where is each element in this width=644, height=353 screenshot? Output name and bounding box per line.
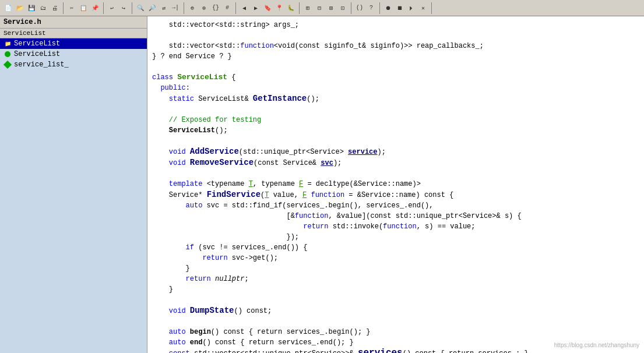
code-line: void DumpState() const; xyxy=(152,305,639,316)
paste-btn[interactable]: 📌 xyxy=(89,2,101,14)
code-line: return svc->get(); xyxy=(152,253,639,263)
undo-btn[interactable]: ↩ xyxy=(106,2,118,14)
sym2-btn[interactable]: ⊗ xyxy=(198,2,210,14)
code-line: const std::vector<std::unique_ptr<Servic… xyxy=(152,348,639,353)
redo-btn[interactable]: ↪ xyxy=(118,2,129,14)
code-line: auto begin() const { return services_.be… xyxy=(152,327,639,337)
sym1-btn[interactable]: ⊕ xyxy=(186,2,198,14)
panel-header: ServiceList xyxy=(0,29,147,38)
code-line: // Exposed for testing xyxy=(152,115,639,125)
win2-btn[interactable]: ⊟ xyxy=(314,2,325,14)
code-line: class ServiceList { xyxy=(152,72,639,83)
toolbar-undo-group: ↩ ↪ xyxy=(106,2,132,14)
code-content: std::vector<std::string> args_; std::vec… xyxy=(147,17,644,353)
code-line: } ? end Service ? } xyxy=(152,51,639,62)
code-line xyxy=(152,30,639,41)
code-line xyxy=(152,316,639,327)
toolbar-edit-group: ✂ 📋 📌 xyxy=(66,2,104,14)
toolbar-win-group: ⊞ ⊟ ⊠ ⊡ xyxy=(302,2,351,14)
toolbar-sym-group: ⊕ ⊗ {} # xyxy=(186,2,236,14)
code-line: } xyxy=(152,284,639,295)
stop-macro-btn[interactable]: ⏹ xyxy=(394,2,406,14)
code-line: public: xyxy=(152,83,639,93)
main-toolbar: 📄 📂 💾 🗂 🖨 ✂ 📋 📌 ↩ ↪ 🔍 🔎 ⇄ →| ⊕ ⊗ {} # ◀ … xyxy=(0,0,644,16)
toolbar-macro-group: ⏺ ⏹ ⏵ ✕ xyxy=(382,2,432,14)
code-line: Service* FindService(T value, F function… xyxy=(152,189,639,200)
tree-item-label: ServiceList xyxy=(14,40,60,48)
new-btn[interactable]: 📄 xyxy=(2,2,14,14)
close-macro-btn[interactable]: ✕ xyxy=(417,2,429,14)
open-btn[interactable]: 📂 xyxy=(14,2,26,14)
tree-item-servicelist[interactable]: ServiceList xyxy=(0,49,147,59)
cut-btn[interactable]: ✂ xyxy=(66,2,78,14)
left-panel: Service.h ServiceList 📁 ServiceList Serv… xyxy=(0,16,147,353)
watermark: https://blog.csdn.net/zhangshuny xyxy=(554,342,639,348)
code-line: if (svc != services_.end()) { xyxy=(152,242,639,253)
win3-btn[interactable]: ⊠ xyxy=(325,2,337,14)
tree-item-servicelist-selected[interactable]: 📁 ServiceList xyxy=(0,38,147,49)
fwd-btn[interactable]: ▶ xyxy=(250,2,262,14)
toolbar-search-group: 🔍 🔎 ⇄ →| xyxy=(135,2,184,14)
code-line: void AddService(std::unique_ptr<Service>… xyxy=(152,146,639,157)
toolbar-nav-group: ◀ ▶ 🔖 📍 🐛 xyxy=(238,2,300,14)
code-line xyxy=(152,62,639,72)
code-line xyxy=(152,104,639,115)
back-btn[interactable]: ◀ xyxy=(238,2,250,14)
code-line xyxy=(152,168,639,179)
goto-btn[interactable]: →| xyxy=(170,2,181,14)
main-area: Service.h ServiceList 📁 ServiceList Serv… xyxy=(0,16,644,353)
save-all-btn[interactable]: 🗂 xyxy=(37,2,49,14)
win4-btn[interactable]: ⊡ xyxy=(337,2,349,14)
win1-btn[interactable]: ⊞ xyxy=(302,2,314,14)
debug-btn[interactable]: 🐛 xyxy=(285,2,297,14)
code-line: return std::invoke(function, s) == value… xyxy=(152,221,639,232)
file-title: Service.h xyxy=(0,16,147,29)
toolbar-file-group: 📄 📂 💾 🗂 🖨 xyxy=(2,2,64,14)
find-files-btn[interactable]: 🔎 xyxy=(146,2,158,14)
bkmk2-btn[interactable]: 📍 xyxy=(273,2,285,14)
save-btn[interactable]: 💾 xyxy=(26,2,37,14)
find-btn[interactable]: 🔍 xyxy=(135,2,146,14)
code-line: template <typename T, typename F = declt… xyxy=(152,179,639,189)
comment-btn[interactable]: () xyxy=(354,2,365,14)
code-line: static ServiceList& GetInstance(); xyxy=(152,93,639,104)
code-line: auto svc = std::find_if(services_.begin(… xyxy=(152,200,639,211)
tree-item-servicelist-member[interactable]: service_list_ xyxy=(0,59,147,70)
circle-icon xyxy=(3,50,12,58)
tree-item-label: ServiceList xyxy=(14,50,60,58)
code-line: void RemoveService(const Service& svc); xyxy=(152,157,639,168)
help-btn[interactable]: ? xyxy=(365,2,377,14)
sym4-btn[interactable]: # xyxy=(221,2,233,14)
bkmk-btn[interactable]: 🔖 xyxy=(262,2,273,14)
macro-btn[interactable]: ⏺ xyxy=(382,2,394,14)
code-line: }); xyxy=(152,232,639,242)
code-line: [&function, &value](const std::unique_pt… xyxy=(152,211,639,221)
toolbar-misc-group: () ? xyxy=(354,2,380,14)
code-line xyxy=(152,136,639,146)
play-macro-btn[interactable]: ⏵ xyxy=(406,2,417,14)
replace-btn[interactable]: ⇄ xyxy=(158,2,170,14)
sym3-btn[interactable]: {} xyxy=(210,2,221,14)
folder-icon: 📁 xyxy=(3,40,12,48)
copy-btn[interactable]: 📋 xyxy=(78,2,89,14)
code-line: std::vector<std::string> args_; xyxy=(152,20,639,30)
code-panel[interactable]: std::vector<std::string> args_; std::vec… xyxy=(147,16,644,353)
code-line: } xyxy=(152,263,639,274)
print-btn[interactable]: 🖨 xyxy=(49,2,61,14)
diamond-icon xyxy=(3,61,12,69)
code-line: return nullptr; xyxy=(152,274,639,284)
tree-list: 📁 ServiceList ServiceList service_list_ xyxy=(0,38,147,353)
code-line xyxy=(152,295,639,305)
code-line: std::vector<std::function<void(const sig… xyxy=(152,41,639,51)
tree-item-label: service_list_ xyxy=(14,61,69,69)
code-line: ServiceList(); xyxy=(152,125,639,136)
